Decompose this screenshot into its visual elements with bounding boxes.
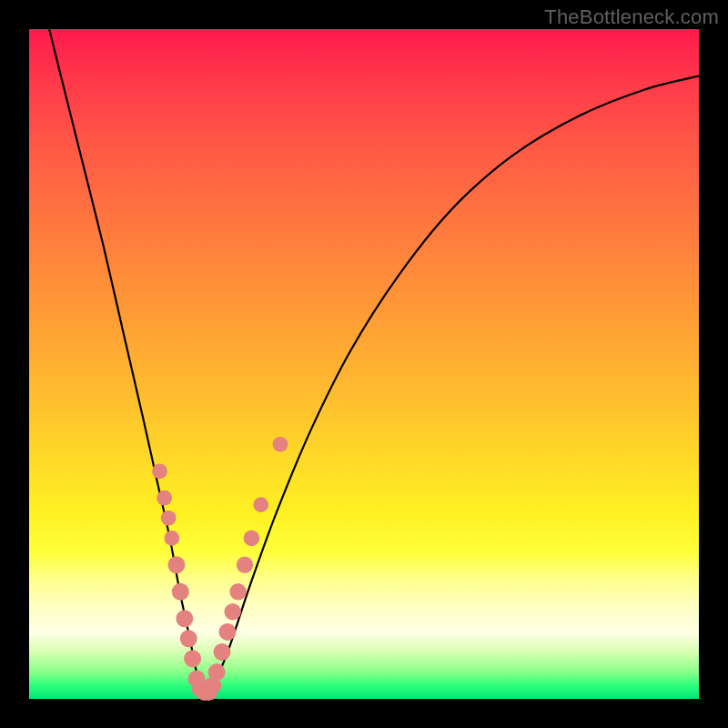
marker-layer [152, 437, 288, 701]
curve-marker [172, 583, 189, 601]
watermark-text: TheBottleneck.com [544, 5, 719, 29]
curve-marker [218, 623, 236, 641]
curve-marker [214, 643, 231, 661]
curve-marker [157, 490, 172, 506]
curve-marker [152, 463, 167, 479]
curve-marker [161, 511, 177, 526]
curve-marker [184, 650, 201, 667]
curve-marker [167, 556, 185, 573]
curve-layer [29, 29, 699, 699]
curve-marker [244, 531, 260, 547]
curve-marker [164, 531, 179, 546]
curve-marker [273, 437, 288, 452]
bottleneck-curve [49, 29, 699, 694]
curve-marker [208, 663, 226, 681]
curve-marker [237, 557, 253, 573]
curve-marker [176, 610, 193, 627]
chart-frame: TheBottleneck.com [0, 0, 728, 728]
curve-marker [229, 583, 246, 600]
curve-marker [180, 630, 197, 647]
curve-marker [225, 603, 241, 620]
curve-marker [253, 497, 268, 512]
plot-area [29, 29, 699, 699]
